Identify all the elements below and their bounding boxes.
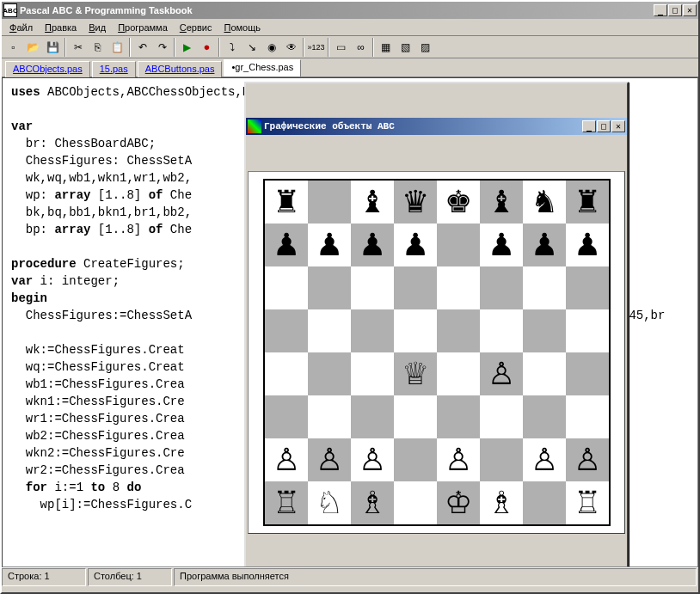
piece-wR[interactable]: ♖ xyxy=(574,487,601,518)
square[interactable] xyxy=(480,266,523,309)
square[interactable] xyxy=(437,224,480,266)
square[interactable] xyxy=(437,352,480,395)
watch-button[interactable]: 👁 xyxy=(281,38,301,57)
square[interactable]: ♔ xyxy=(437,481,480,524)
square[interactable]: ♚ xyxy=(437,181,480,224)
menu-Помощь[interactable]: Помощь xyxy=(218,21,267,34)
square[interactable] xyxy=(265,309,308,352)
square[interactable] xyxy=(523,309,566,352)
open-button[interactable]: 📂 xyxy=(23,38,43,57)
square[interactable]: ♗ xyxy=(480,481,523,524)
close-button[interactable]: ✕ xyxy=(683,4,697,16)
step-over-button[interactable]: ⤵ xyxy=(222,38,242,57)
tab-ABCObjectspas[interactable]: ABCObjects.pas xyxy=(5,61,90,77)
config-button[interactable]: ∞ xyxy=(351,38,371,57)
square[interactable]: ♘ xyxy=(308,481,351,524)
graphics-close-button[interactable]: ✕ xyxy=(611,120,625,132)
square[interactable] xyxy=(394,309,437,352)
square[interactable]: ♟ xyxy=(351,224,394,266)
square[interactable] xyxy=(394,481,437,524)
piece-bP[interactable]: ♟ xyxy=(402,230,429,260)
piece-wK[interactable]: ♔ xyxy=(445,487,472,518)
square[interactable]: ♟ xyxy=(523,224,566,266)
piece-wR[interactable]: ♖ xyxy=(273,487,300,518)
square[interactable]: ♙ xyxy=(566,438,609,481)
square[interactable]: ♗ xyxy=(351,481,394,524)
square[interactable]: ♞ xyxy=(523,181,566,224)
stop-button[interactable]: ● xyxy=(197,38,217,57)
menu-Программа[interactable]: Программа xyxy=(112,21,174,34)
piece-bP[interactable]: ♟ xyxy=(316,230,343,260)
piece-bR[interactable]: ♜ xyxy=(273,187,300,217)
piece-wB[interactable]: ♗ xyxy=(488,487,515,518)
square[interactable] xyxy=(480,438,523,481)
graphics-titlebar[interactable]: Графические объекты ABC _ □ ✕ xyxy=(246,118,627,135)
compile-button[interactable]: ▨ xyxy=(415,38,435,57)
square[interactable] xyxy=(523,352,566,395)
piece-bP[interactable]: ♟ xyxy=(531,230,558,260)
square[interactable] xyxy=(566,352,609,395)
maximize-button[interactable]: □ xyxy=(668,4,682,16)
copy-button[interactable]: ⎘ xyxy=(88,38,107,57)
tab-15pas[interactable]: 15.pas xyxy=(92,61,136,77)
new-button[interactable]: ▫ xyxy=(3,38,23,57)
square[interactable]: ♛ xyxy=(394,181,437,224)
editor-button[interactable]: ▦ xyxy=(376,38,396,57)
piece-bB[interactable]: ♝ xyxy=(488,187,515,217)
square[interactable] xyxy=(394,266,437,309)
square[interactable] xyxy=(566,395,609,438)
piece-bP[interactable]: ♟ xyxy=(359,230,386,260)
square[interactable] xyxy=(265,395,308,438)
piece-bK[interactable]: ♚ xyxy=(445,187,472,217)
square[interactable] xyxy=(308,395,351,438)
square[interactable] xyxy=(308,266,351,309)
square[interactable]: ♜ xyxy=(566,181,609,224)
square[interactable]: ♙ xyxy=(480,352,523,395)
piece-wQ[interactable]: ♕ xyxy=(402,358,429,389)
menu-Файл[interactable]: Файл xyxy=(3,21,39,34)
square[interactable] xyxy=(265,266,308,309)
square[interactable] xyxy=(437,309,480,352)
square[interactable] xyxy=(351,395,394,438)
square[interactable] xyxy=(351,266,394,309)
square[interactable] xyxy=(265,352,308,395)
piece-bQ[interactable]: ♛ xyxy=(402,187,429,217)
square[interactable]: ♟ xyxy=(308,224,351,266)
undo-button[interactable]: ↶ xyxy=(132,38,152,57)
square[interactable]: ♜ xyxy=(265,181,308,224)
output-button[interactable]: ▭ xyxy=(331,38,351,57)
piece-bP[interactable]: ♟ xyxy=(574,230,601,260)
piece-bP[interactable]: ♟ xyxy=(488,230,515,260)
square[interactable] xyxy=(394,438,437,481)
piece-wN[interactable]: ♘ xyxy=(316,487,343,518)
square[interactable] xyxy=(351,309,394,352)
piece-wP[interactable]: ♙ xyxy=(316,444,343,475)
menu-Правка[interactable]: Правка xyxy=(39,21,83,34)
cut-button[interactable]: ✂ xyxy=(68,38,88,57)
menu-Вид[interactable]: Вид xyxy=(83,21,112,34)
square[interactable]: ♝ xyxy=(351,181,394,224)
square[interactable] xyxy=(566,266,609,309)
piece-bR[interactable]: ♜ xyxy=(574,187,601,217)
square[interactable] xyxy=(308,309,351,352)
square[interactable]: ♕ xyxy=(394,352,437,395)
piece-wP[interactable]: ♙ xyxy=(531,444,558,475)
square[interactable]: ♙ xyxy=(437,438,480,481)
graphics-minimize-button[interactable]: _ xyxy=(582,120,596,132)
piece-wP[interactable]: ♙ xyxy=(273,444,300,475)
save-button[interactable]: 💾 xyxy=(43,38,63,57)
square[interactable]: ♟ xyxy=(566,224,609,266)
piece-wB[interactable]: ♗ xyxy=(359,487,386,518)
redo-button[interactable]: ↷ xyxy=(152,38,172,57)
square[interactable]: ♙ xyxy=(351,438,394,481)
square[interactable]: ♙ xyxy=(523,438,566,481)
square[interactable] xyxy=(308,181,351,224)
minimize-button[interactable]: _ xyxy=(654,4,667,16)
piece-wP[interactable]: ♙ xyxy=(488,358,515,389)
step-into-button[interactable]: ↘ xyxy=(242,38,261,57)
graphics-maximize-button[interactable]: □ xyxy=(597,120,611,132)
square[interactable] xyxy=(437,266,480,309)
paste-button[interactable]: 📋 xyxy=(107,38,127,57)
square[interactable] xyxy=(437,395,480,438)
breakpoint-button[interactable]: ◉ xyxy=(261,38,281,57)
